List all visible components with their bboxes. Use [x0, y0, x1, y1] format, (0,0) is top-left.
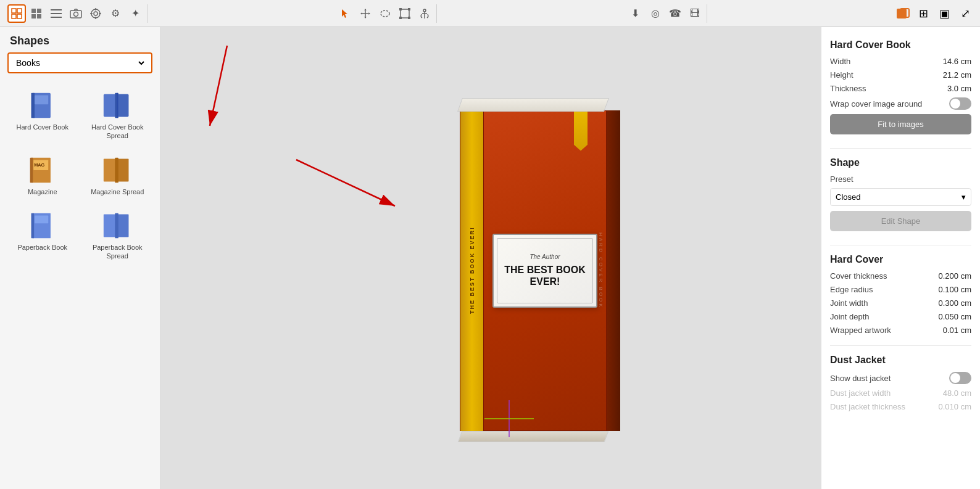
anchor-tool-btn[interactable] — [415, 4, 434, 23]
dust-jacket-thickness-label: Dust jacket thickness — [830, 402, 905, 411]
wrap-toggle[interactable] — [949, 97, 971, 110]
preset-select[interactable]: Closed ▾ — [830, 188, 971, 206]
svg-rect-22 — [401, 9, 409, 18]
svg-rect-48 — [35, 215, 48, 223]
wrapped-artwork-row: Wrapped artwork 0.01 cm — [830, 326, 971, 335]
svg-point-14 — [94, 12, 98, 15]
spine-text: THE BEST BOOK EVER! — [469, 226, 475, 314]
crosshair — [484, 400, 534, 437]
ring-tool-btn[interactable]: ◎ — [646, 4, 665, 23]
hard-cover-book-icon — [28, 91, 57, 120]
shape-item-magazine[interactable]: MAG Magazine — [7, 150, 78, 201]
magazine-spread-icon — [102, 155, 132, 185]
svg-rect-7 — [37, 14, 41, 18]
phone-tool-btn[interactable]: ☎ — [666, 4, 684, 23]
panel-shape-title: Hard Cover Book — [830, 39, 971, 51]
target-tool-btn[interactable] — [86, 4, 105, 23]
sidebar-title: Shapes — [0, 27, 160, 52]
width-value: 14.6 cm — [943, 57, 971, 66]
dust-jacket-width-value: 48.0 cm — [943, 388, 971, 398]
camera-tool-btn[interactable] — [67, 4, 85, 23]
preset-value: Closed — [836, 192, 860, 202]
resize-view-btn[interactable]: ⤢ — [957, 4, 975, 23]
hard-cover-spread-icon — [102, 91, 132, 120]
cursor-icon — [341, 8, 351, 19]
grid-view-btn[interactable]: ⊞ — [915, 4, 933, 23]
book-spine: THE BEST BOOK EVER! — [460, 110, 483, 431]
anchor-icon — [419, 8, 430, 19]
edge-radius-value: 0.100 cm — [939, 285, 971, 294]
transform-icon — [399, 8, 410, 19]
camera-icon — [70, 9, 82, 18]
transform-tool-btn[interactable] — [396, 4, 414, 23]
svg-rect-26 — [408, 17, 410, 19]
book-top — [457, 98, 609, 112]
paperback-book-label: Paperback Book — [17, 243, 67, 252]
move-tool-btn[interactable] — [356, 4, 375, 23]
svg-rect-0 — [12, 9, 16, 13]
build-tool-btn[interactable]: ⬇ — [626, 4, 645, 23]
shape-item-paperback-book[interactable]: Paperback Book — [7, 206, 78, 266]
book-front: HARD COVER BOOK The Author THE BEST BOOK… — [483, 110, 607, 431]
joint-depth-label: Joint depth — [830, 312, 870, 321]
svg-rect-43 — [104, 158, 116, 181]
top-right-icons: ⊞ ▣ ⤢ — [894, 4, 975, 23]
divider-1 — [830, 148, 971, 149]
edge-radius-row: Edge radius 0.100 cm — [830, 285, 971, 294]
layout-view-btn[interactable]: ▣ — [936, 4, 954, 23]
toolbar: ⚙ ✦ — [0, 0, 980, 27]
svg-point-12 — [74, 12, 78, 16]
dust-jacket-toggle[interactable] — [949, 372, 971, 384]
shape-item-paperback-spread[interactable]: Paperback Book Spread — [83, 206, 153, 266]
canvas-area[interactable]: THE BEST BOOK EVER! HARD COVER BOOK The … — [160, 27, 821, 489]
shape-item-hard-cover-book[interactable]: Hard Cover Book — [7, 86, 78, 146]
hard-cover-title: Hard Cover — [830, 254, 971, 265]
preset-label: Preset — [830, 175, 853, 184]
book-author: The Author — [529, 253, 560, 260]
menu-icon — [51, 9, 62, 18]
joint-width-label: Joint width — [830, 298, 868, 308]
height-row: Height 21.2 cm — [830, 70, 971, 80]
svg-rect-24 — [408, 8, 410, 10]
width-label: Width — [830, 57, 850, 66]
svg-rect-47 — [31, 213, 34, 239]
magazine-spread-label: Magazine Spread — [91, 187, 144, 196]
book-label: The Author THE BEST BOOK EVER! — [492, 234, 597, 308]
main-area: Shapes Books Magazines Boxes All Shapes … — [0, 27, 980, 489]
dust-jacket-thickness-row: Dust jacket thickness 0.010 cm — [830, 402, 971, 411]
menu-tool-btn[interactable] — [47, 4, 65, 23]
right-tools: ⬇ ◎ ☎ 🎞 — [624, 4, 707, 23]
joint-width-row: Joint width 0.300 cm — [830, 298, 971, 308]
shape-item-hard-cover-spread[interactable]: Hard Cover Book Spread — [83, 86, 153, 146]
sidebar: Shapes Books Magazines Boxes All Shapes … — [0, 27, 160, 489]
fit-to-images-btn[interactable]: Fit to images — [830, 114, 971, 134]
wrapped-artwork-label: Wrapped artwork — [830, 326, 891, 335]
shapes-tool-btn[interactable] — [7, 4, 26, 23]
3d-view-btn[interactable] — [894, 4, 912, 23]
lasso-tool-btn[interactable] — [376, 4, 394, 23]
sidebar-dropdown-wrap[interactable]: Books Magazines Boxes All Shapes — [7, 52, 152, 73]
svg-rect-5 — [37, 9, 41, 13]
category-select[interactable]: Books Magazines Boxes All Shapes — [14, 57, 146, 68]
joint-depth-value: 0.050 cm — [939, 312, 971, 321]
settings-tool-btn[interactable]: ⚙ — [106, 4, 125, 23]
shape-grid: Hard Cover Book Hard Cover Book Spread — [0, 81, 160, 270]
edit-shape-btn: Edit Shape — [830, 211, 971, 231]
thickness-label: Thickness — [830, 84, 866, 93]
wrapped-artwork-value: 0.01 cm — [943, 326, 971, 335]
shape-item-magazine-spread[interactable]: Magazine Spread — [83, 150, 153, 201]
svg-rect-51 — [115, 213, 119, 239]
divider-3 — [830, 345, 971, 346]
target-icon — [90, 8, 101, 19]
book-3d-container: THE BEST BOOK EVER! HARD COVER BOOK The … — [361, 80, 620, 437]
svg-rect-10 — [51, 17, 62, 18]
sun-tool-btn[interactable]: ✦ — [126, 4, 144, 23]
thickness-value: 3.0 cm — [947, 84, 971, 93]
dust-jacket-title: Dust Jacket — [830, 355, 971, 366]
select-tool-btn[interactable] — [336, 4, 355, 23]
grid-tool-btn[interactable] — [27, 4, 46, 23]
film-tool-btn[interactable]: 🎞 — [686, 4, 704, 23]
svg-line-55 — [210, 46, 227, 126]
hard-cover-spread-label: Hard Cover Book Spread — [85, 123, 151, 141]
svg-rect-1 — [17, 9, 22, 13]
